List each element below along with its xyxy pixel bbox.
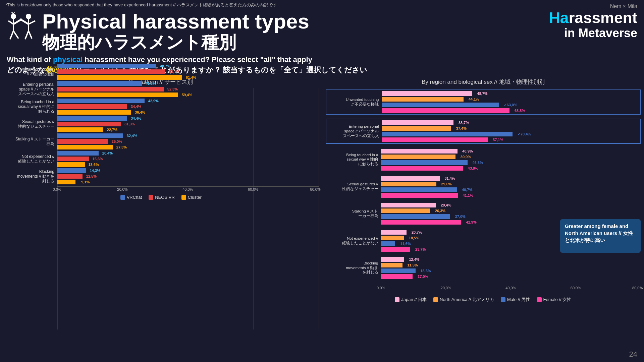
chart1-panel: By platform // サービス別 [3, 78, 319, 305]
chart1-row-4: Sexual gestures //性的なジェスチャー 34,4% 31,3% [3, 116, 319, 132]
chart2-row-4: Sexual gestures //性的なジェスチャー 31,4% 29,6% [326, 176, 641, 198]
chart2-row-1: Unwanted touching// 不必要な接触 48,7% 44,1% [326, 91, 640, 113]
top-note: *This is breakdown only those who respon… [0, 0, 644, 10]
chart2-legend: Japan // 日本 North America // 北アメリカ Male … [326, 297, 641, 303]
chart2-panel: By region and biological sex // 地域・物理性別別… [326, 78, 641, 305]
chart2-title: By region and biological sex // 地域・物理性別別 [326, 78, 641, 86]
chart1-row-6: Not experienced //経験したことがない 20,4% 15,6% [3, 150, 319, 167]
page-number: 24 [629, 350, 637, 359]
info-box: Greater among female and North American … [560, 219, 641, 253]
chart1-legend: VRChat NEOS VR Cluster [3, 195, 319, 200]
chart1-row-2: Entering personalspace // パーソナルスペースへの立ち入… [3, 81, 319, 98]
chart1-row-3: Being touched in asexual way // 性的に触られる … [3, 98, 319, 115]
chart2-row-7: Blockingmovements // 動きを封じる 12,4% 11,5% [326, 257, 641, 279]
chart1-row-7: Blockingmovements // 動きを封じる 14,3% 12,5% [3, 168, 319, 185]
chart2-row-6: Not experienced //経験したことがない 20,7% 18,5% [326, 230, 554, 252]
chart1-row-1: Unwanted touching// 不必要な接触 48,7% 53,1% [3, 63, 319, 80]
svg-line-7 [13, 12, 15, 14]
chart2-row-3: Being touched in asexual way // 性的に触られる … [326, 148, 641, 171]
chart1-row-5: Stalking // ストーカー行為 32,4% 25,0% [3, 133, 319, 150]
chart2-row-2: Entering personalspace // パーソナルスペースへの立ち入… [326, 120, 640, 142]
brand-logo: Nem × Mila Harassment in Metaverse [549, 3, 637, 40]
